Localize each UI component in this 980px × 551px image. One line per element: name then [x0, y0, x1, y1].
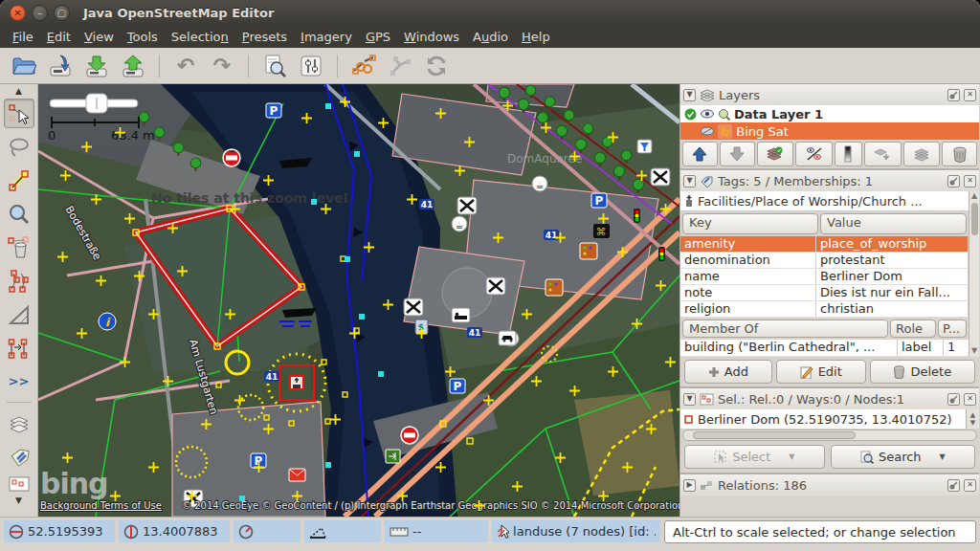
- collapse-icon[interactable]: ▼: [683, 89, 696, 101]
- traffic-light-icon: [658, 247, 665, 261]
- membership-row[interactable]: building ("Berlin Cathedral", ... label …: [680, 340, 969, 357]
- visible-eye-icon[interactable]: [701, 109, 714, 119]
- extrude-tool-button[interactable]: [4, 299, 34, 329]
- minimize-button[interactable]: –: [32, 5, 48, 21]
- mail-icon: [289, 469, 305, 481]
- layer-activate-button[interactable]: [757, 142, 794, 166]
- tag-row[interactable]: amenityplace_of_worship: [680, 236, 969, 253]
- search-button[interactable]: Search ▼: [831, 445, 975, 469]
- preferences-button[interactable]: [295, 52, 327, 80]
- tag-row[interactable]: religionchristian: [680, 301, 969, 318]
- position-column-header[interactable]: P...: [938, 320, 967, 338]
- save-icon: [48, 54, 73, 78]
- add-tag-button[interactable]: Add: [684, 360, 772, 384]
- menu-file[interactable]: File: [6, 28, 40, 46]
- restaurant-icon: [404, 298, 423, 316]
- menu-windows[interactable]: Windows: [397, 28, 466, 46]
- lasso-tool-icon: [8, 136, 31, 159]
- expand-icon[interactable]: ▶: [683, 479, 696, 492]
- delete-tool-button[interactable]: [4, 232, 34, 262]
- open-button[interactable]: [8, 52, 40, 80]
- undo-button[interactable]: ↶: [169, 52, 202, 80]
- maximize-button[interactable]: ▢: [54, 5, 70, 21]
- delete-tag-button[interactable]: Delete: [870, 360, 975, 384]
- tags-panel-toggle[interactable]: [4, 442, 34, 472]
- more-tools-button[interactable]: >>: [4, 366, 34, 396]
- collapse-icon[interactable]: ▼: [683, 175, 696, 187]
- layer-row-data[interactable]: Data Layer 1: [680, 105, 979, 122]
- relations-panel-title: Relations: 186: [718, 478, 944, 493]
- download-button[interactable]: [80, 52, 113, 80]
- layer-merge-button[interactable]: [903, 142, 941, 166]
- layer-duplicate-button[interactable]: [864, 142, 902, 166]
- svg-text:41: 41: [266, 372, 278, 382]
- menu-audio[interactable]: Audio: [466, 28, 515, 46]
- layer-row-bing[interactable]: b Bing Sat: [680, 122, 979, 140]
- close-panel-icon[interactable]: ✕: [964, 393, 976, 406]
- selection-hscrollbar[interactable]: [682, 430, 977, 441]
- close-panel-icon[interactable]: ✕: [964, 175, 976, 187]
- selection-panel-toggle[interactable]: [4, 475, 34, 493]
- car-icon: [499, 331, 516, 345]
- traffic-light-icon: [634, 209, 640, 223]
- svg-text:⌘: ⌘: [596, 226, 607, 238]
- sticky-pin-icon[interactable]: [947, 393, 960, 406]
- close-panel-icon[interactable]: ✕: [964, 89, 976, 101]
- layer-opacity-button[interactable]: [835, 142, 862, 166]
- close-button[interactable]: ✕: [10, 5, 26, 21]
- visible-eye-icon[interactable]: [701, 126, 714, 136]
- lasso-tool-button[interactable]: [4, 132, 34, 162]
- preset-row[interactable]: Facilities/Place of Worship/Church ...: [680, 191, 969, 211]
- menu-view[interactable]: View: [78, 28, 121, 46]
- menu-presets[interactable]: Presets: [235, 28, 294, 46]
- tag-row[interactable]: nameBerliner Dom: [680, 269, 969, 285]
- zoom-tool-button[interactable]: [4, 199, 34, 229]
- toolbar-scroll-down[interactable]: ▼: [2, 495, 36, 506]
- draw-tool-button[interactable]: [4, 165, 34, 195]
- menu-selection[interactable]: Selection: [165, 28, 235, 46]
- redo-button[interactable]: ↷: [206, 52, 238, 80]
- selection-list-item[interactable]: Berliner Dom (52.5190735, 13.4010752): [680, 409, 966, 429]
- extrude-tool-icon: [8, 303, 31, 326]
- layers-panel-toggle[interactable]: [4, 408, 34, 438]
- sticky-pin-icon[interactable]: [947, 175, 960, 187]
- heading-icon: [238, 524, 254, 540]
- menu-tools[interactable]: Tools: [121, 28, 165, 46]
- menu-imagery[interactable]: Imagery: [294, 28, 359, 46]
- upload-button[interactable]: [117, 52, 149, 80]
- value-column-header[interactable]: Value: [820, 213, 967, 234]
- close-panel-icon[interactable]: ✕: [964, 479, 976, 492]
- collapse-icon[interactable]: ▼: [683, 393, 696, 406]
- select-button[interactable]: Select ▼: [684, 445, 825, 469]
- tag-row[interactable]: denominationprotestant: [680, 253, 969, 269]
- toolbar-scroll-up[interactable]: ▲: [2, 85, 36, 97]
- map-canvas[interactable]: P P P P ☕ ☕ ☕: [38, 84, 679, 517]
- menu-help[interactable]: Help: [515, 28, 557, 46]
- search-objects-button[interactable]: [258, 52, 291, 80]
- sticky-pin-icon[interactable]: [947, 89, 960, 101]
- layer-visibility-button[interactable]: [795, 142, 833, 166]
- split-way-button[interactable]: [347, 52, 380, 80]
- menu-edit[interactable]: Edit: [40, 28, 78, 46]
- split-way-icon: [351, 54, 376, 78]
- refresh-button[interactable]: [420, 52, 453, 80]
- memberof-column-header[interactable]: Member Of: [682, 320, 888, 338]
- sticky-pin-icon[interactable]: [947, 479, 960, 492]
- unglue-tool-button[interactable]: [4, 266, 34, 296]
- select-tool-button[interactable]: [4, 99, 34, 128]
- key-column-header[interactable]: Key: [682, 213, 818, 234]
- role-column-header[interactable]: Role: [890, 320, 936, 338]
- tags-scrollbar[interactable]: ▲▼: [969, 191, 979, 357]
- menu-gps[interactable]: GPS: [359, 28, 397, 46]
- combine-way-button[interactable]: [384, 52, 416, 80]
- layer-move-down-button[interactable]: [720, 142, 755, 166]
- list-spinner[interactable]: ▲▼: [966, 409, 979, 429]
- layer-delete-button[interactable]: [942, 142, 977, 166]
- tag-row[interactable]: noteDies ist nur ein Fall...: [680, 285, 969, 301]
- selection-panel-header: ▼ Sel.: Rel.:0 / Ways:0 / Nodes:1 ✕: [680, 388, 979, 409]
- cafe-icon: ☕: [532, 176, 547, 191]
- save-button[interactable]: [44, 52, 77, 80]
- layer-move-up-button[interactable]: [682, 142, 718, 166]
- edit-tag-button[interactable]: Edit: [776, 360, 866, 384]
- parallel-tool-button[interactable]: [4, 333, 34, 363]
